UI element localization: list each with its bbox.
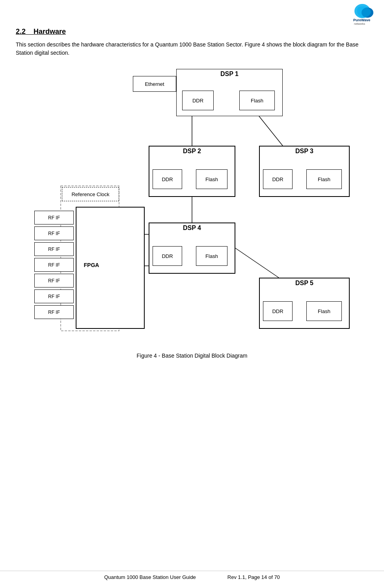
rfif-label-5: RF IF bbox=[48, 278, 60, 284]
fpga-label: FPGA bbox=[76, 262, 107, 268]
dsp4-ddr: DDR bbox=[153, 246, 182, 266]
rfif-box-7: RF IF bbox=[34, 305, 74, 319]
ref-clock-label: Reference Clock bbox=[71, 191, 109, 197]
rfif-label-3: RF IF bbox=[48, 247, 60, 252]
rfif-box-3: RF IF bbox=[34, 242, 74, 256]
dsp3-title: DSP 3 bbox=[259, 148, 350, 155]
section-heading: Hardware bbox=[34, 28, 66, 35]
svg-text:PureWave: PureWave bbox=[353, 18, 370, 22]
dsp2-flash: Flash bbox=[196, 169, 227, 189]
rfif-box-2: RF IF bbox=[34, 226, 74, 240]
rfif-label-6: RF IF bbox=[48, 294, 60, 299]
rfif-box-6: RF IF bbox=[34, 289, 74, 303]
reference-clock-box: Reference Clock bbox=[62, 187, 119, 201]
dsp1-title: DSP 1 bbox=[176, 70, 283, 78]
section-title: 2.2 Hardware bbox=[16, 28, 368, 36]
rfif-label-7: RF IF bbox=[48, 310, 60, 315]
section-number: 2.2 bbox=[16, 28, 26, 35]
ethernet-label: Ethernet bbox=[145, 81, 164, 87]
rfif-box-5: RF IF bbox=[34, 274, 74, 288]
rfif-label-1: RF IF bbox=[48, 215, 60, 221]
dsp1-flash: Flash bbox=[239, 91, 275, 110]
svg-text:networks: networks bbox=[354, 22, 365, 25]
dsp3-flash: Flash bbox=[306, 169, 342, 189]
rfif-box-4: RF IF bbox=[34, 258, 74, 272]
dsp5-ddr: DDR bbox=[263, 301, 293, 321]
dsp3-ddr: DDR bbox=[263, 169, 293, 189]
main-content: 2.2 Hardware This section describes the … bbox=[0, 0, 384, 375]
dsp1-ddr: DDR bbox=[182, 91, 214, 110]
dsp5-flash: Flash bbox=[306, 301, 342, 321]
logo: PureWave networks bbox=[341, 4, 376, 26]
dsp5-title: DSP 5 bbox=[259, 280, 350, 287]
rfif-label-4: RF IF bbox=[48, 262, 60, 268]
svg-line-6 bbox=[259, 116, 283, 146]
footer: Quantum 1000 Base Station User Guide Rev… bbox=[0, 571, 384, 580]
block-diagram: Ethernet DSP 1 DDR Flash DSP 2 DDR Flash… bbox=[22, 69, 362, 345]
footer-left: Quantum 1000 Base Station User Guide bbox=[104, 574, 196, 580]
rfif-label-2: RF IF bbox=[48, 231, 60, 236]
figure-caption: Figure 4 - Base Station Digital Block Di… bbox=[16, 352, 368, 359]
dsp4-flash: Flash bbox=[196, 246, 227, 266]
dsp4-title: DSP 4 bbox=[149, 224, 235, 232]
ethernet-box: Ethernet bbox=[133, 76, 176, 92]
dsp2-title: DSP 2 bbox=[149, 148, 235, 155]
footer-right: Rev 1.1, Page 14 of 70 bbox=[227, 574, 280, 580]
svg-line-8 bbox=[235, 248, 279, 278]
rfif-box-1: RF IF bbox=[34, 211, 74, 224]
dsp2-ddr: DDR bbox=[153, 169, 182, 189]
section-description: This section describes the hardware char… bbox=[16, 41, 368, 57]
